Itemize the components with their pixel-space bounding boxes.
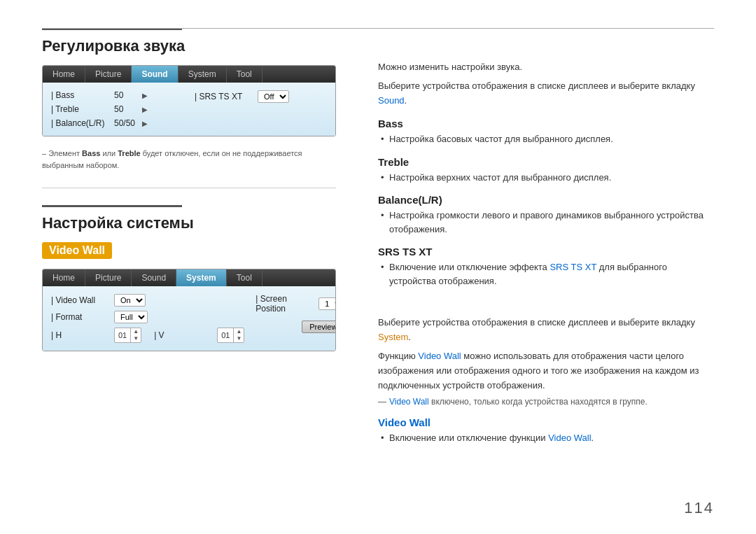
v-arrows[interactable]: ▲ ▼: [233, 328, 244, 342]
srs-dropdown[interactable]: Off On: [258, 90, 289, 103]
treble-label: | Treble: [51, 104, 107, 114]
intro-text-2: Выберите устройства отображения в списке…: [378, 79, 714, 108]
tab-picture-1[interactable]: Picture: [85, 66, 132, 83]
balance-section-title: Balance(L/R): [378, 194, 714, 206]
videowall-row: | Video Wall On Off: [51, 292, 244, 309]
section2-title: Настройка системы: [42, 214, 336, 232]
balance-value: 50/50: [114, 118, 135, 128]
screen-position-row: | Screen Position 1: [255, 292, 336, 316]
tab-home-1[interactable]: Home: [43, 66, 85, 83]
system-panel: Home Picture Sound System Tool | Video W…: [42, 269, 336, 351]
videowall-note: Video Wall включено, только когда устрой…: [378, 397, 714, 407]
videowall-bullet: Включение или отключение функции Video W…: [378, 431, 714, 445]
screen-pos-dropdown[interactable]: 1: [318, 297, 336, 310]
section2-accent-line: [42, 205, 182, 207]
right2-intro1: Выберите устройства отображения в списке…: [378, 316, 714, 345]
section1-title: Регулировка звука: [42, 37, 336, 55]
format-label: | Format: [51, 312, 107, 322]
videowall-link-intro: Video Wall: [418, 351, 461, 361]
srs-section-title: SRS TS XT: [378, 246, 714, 258]
videowall-dropdown[interactable]: On Off: [114, 294, 146, 307]
videowall-bullet-link: Video Wall: [548, 433, 591, 443]
balance-label: | Balance(L/R): [51, 118, 107, 128]
treble-bullet: Настройка верхних частот для выбранного …: [378, 171, 714, 185]
section2-title-bar: [42, 205, 336, 207]
videowall-section-title: Video Wall: [378, 416, 714, 428]
tab-system-2[interactable]: System: [176, 269, 227, 286]
bass-row: | Bass 50 ▶: [51, 88, 183, 102]
page-number: 114: [684, 499, 714, 517]
right2-intro2: Функцию Video Wall можно использовать дл…: [378, 349, 714, 393]
tab-tool-1[interactable]: Tool: [227, 66, 262, 83]
videowall-label: | Video Wall: [51, 295, 107, 305]
left-column: Регулировка звука Home Picture Sound Sys…: [42, 28, 336, 448]
bass-bullet: Настройка басовых частот для выбранного …: [378, 132, 714, 146]
h-value: 01: [115, 330, 130, 340]
bass-section-title: Bass: [378, 118, 714, 129]
h-up-arrow[interactable]: ▲: [131, 328, 141, 335]
treble-row: | Treble 50 ▶: [51, 102, 183, 116]
tab-bar-2: Home Picture Sound System Tool: [43, 269, 335, 286]
preview-row: Preview: [255, 318, 336, 335]
right-column: Можно изменить настройки звука. Выберите…: [364, 28, 714, 448]
top-divider: [42, 28, 714, 29]
tab-sound-1[interactable]: Sound: [132, 66, 178, 83]
format-dropdown[interactable]: Full: [114, 311, 148, 323]
h-stepper[interactable]: 01 ▲ ▼: [114, 328, 141, 343]
srs-link: SRS TS XT: [550, 262, 596, 272]
tab-home-2[interactable]: Home: [43, 269, 85, 286]
balance-bullet: Настройка громкости левого и правого дин…: [378, 209, 714, 236]
video-wall-badge: Video Wall: [42, 242, 112, 259]
v-down-arrow[interactable]: ▼: [234, 335, 244, 342]
intro2-prefix: Выберите устройства отображения в списке…: [378, 80, 695, 91]
treble-section-title: Treble: [378, 156, 714, 168]
panel1-body: | Bass 50 ▶ | Treble 50 ▶ | Balance(L/R)…: [43, 83, 335, 136]
section1-note: – Элемент Bass или Treble будет отключен…: [42, 148, 336, 171]
panel2-body: | Video Wall On Off | Format Full: [43, 286, 335, 351]
sound-link: Sound: [378, 95, 405, 106]
intro-text-1: Можно изменить настройки звука.: [378, 60, 714, 75]
treble-value: 50: [114, 104, 135, 114]
balance-arrow[interactable]: ▶: [142, 120, 148, 127]
intro2-suffix: .: [405, 95, 407, 106]
format-row: | Format Full: [51, 309, 244, 325]
tab-bar-1: Home Picture Sound System Tool: [43, 66, 335, 83]
right-section2: Выберите устройства отображения в списке…: [378, 316, 714, 444]
v-value: 01: [218, 330, 233, 340]
section-separator: [42, 188, 336, 188]
h-down-arrow[interactable]: ▼: [131, 335, 141, 342]
v-up-arrow[interactable]: ▲: [234, 328, 244, 335]
videowall-note-text: Video Wall включено, только когда устрой…: [389, 397, 648, 407]
bass-value: 50: [114, 90, 135, 100]
screen-pos-label: | Screen Position: [255, 294, 312, 314]
srs-row: | SRS TS XT Off On: [195, 88, 327, 105]
bass-label: | Bass: [51, 90, 107, 100]
srs-label: | SRS TS XT: [195, 92, 251, 101]
bass-arrow[interactable]: ▶: [142, 92, 148, 99]
tab-tool-2[interactable]: Tool: [227, 269, 262, 286]
right-section1: Можно изменить настройки звука. Выберите…: [378, 60, 714, 288]
h-arrows[interactable]: ▲ ▼: [130, 328, 141, 342]
preview-button[interactable]: Preview: [302, 321, 336, 333]
tab-picture-2[interactable]: Picture: [85, 269, 132, 286]
tab-system-1[interactable]: System: [178, 66, 227, 83]
v-label: | V: [154, 330, 210, 340]
balance-row: | Balance(L/R) 50/50 ▶: [51, 116, 183, 130]
h-label: | H: [51, 330, 107, 340]
videowall-note-link: Video Wall: [389, 397, 429, 407]
sound-panel: Home Picture Sound System Tool | Bass 50…: [42, 65, 336, 136]
tab-sound-2[interactable]: Sound: [132, 269, 176, 286]
system-link: System: [378, 332, 408, 342]
srs-bullet: Включение или отключение эффекта SRS TS …: [378, 260, 714, 288]
v-stepper[interactable]: 01 ▲ ▼: [217, 328, 244, 343]
hv-row: | H 01 ▲ ▼ | V 01: [51, 325, 244, 345]
treble-arrow[interactable]: ▶: [142, 106, 148, 113]
